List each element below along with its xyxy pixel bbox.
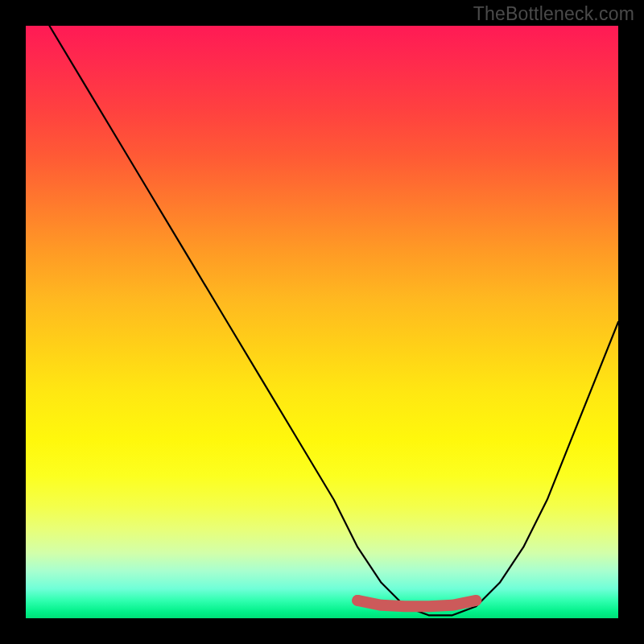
chart-svg — [26, 26, 618, 618]
bottleneck-curve-line — [49, 26, 618, 615]
chart-plot-area — [26, 26, 618, 618]
sweet-spot-dot — [352, 595, 363, 606]
sweet-spot-highlight — [357, 601, 476, 606]
attribution-text: TheBottleneck.com — [473, 3, 634, 25]
